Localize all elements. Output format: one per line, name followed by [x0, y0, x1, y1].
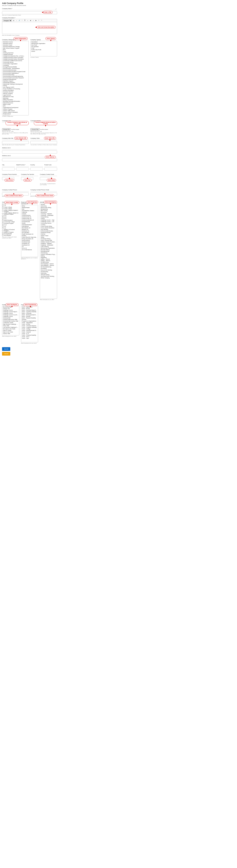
- list-item[interactable]: Outdoor Wall: [3, 333, 19, 334]
- submit-button[interactable]: Submit: [2, 347, 10, 351]
- list-item[interactable]: Central America: [22, 215, 38, 216]
- list-item[interactable]: High Element Challenge Course: [3, 323, 19, 325]
- list-item[interactable]: Youth – College: [22, 328, 38, 330]
- bold-icon[interactable]: B: [13, 20, 15, 22]
- list-item[interactable]: Profit: [31, 48, 57, 49]
- list-item[interactable]: Adventure/Wilderness Therapy: [3, 46, 28, 48]
- city-input[interactable]: [2, 167, 15, 170]
- list-item[interactable]: College/University (Non-Rec. or Educ.): [3, 55, 28, 57]
- list-item[interactable]: Pacific Northwest US: [22, 233, 38, 235]
- list-item[interactable]: Puerto Rico/US Virgin Islands: [22, 237, 38, 238]
- list-item[interactable]: California: [22, 212, 38, 213]
- list-item[interactable]: Hiking: [41, 237, 57, 238]
- list-item[interactable]: Backpacking: [41, 208, 57, 210]
- list-item[interactable]: Not Specified: [22, 232, 38, 233]
- list-item[interactable]: Outdoor-related Publication: [3, 112, 28, 113]
- grade-checkbox[interactable]: [2, 220, 3, 221]
- list-item[interactable]: Manufacturer's Rep: [3, 96, 28, 97]
- list-item[interactable]: Outdoor Orientation Program: [41, 254, 57, 255]
- grade-checkbox[interactable]: [2, 207, 3, 208]
- types-listbox[interactable]: AssociationMembership OrganizationNon-Pr…: [30, 41, 57, 56]
- list-item[interactable]: Youth – Pre-K: [22, 336, 38, 338]
- list-item[interactable]: Kayaking – flatwater: [41, 243, 57, 244]
- list-item[interactable]: Low Element Challenge Course: [3, 327, 19, 328]
- list-item[interactable]: Public Policy: [3, 115, 28, 116]
- list-item[interactable]: Canoeing – Whitewater: [41, 215, 57, 216]
- list-item[interactable]: Open to Clients: [3, 330, 19, 331]
- list-item[interactable]: Environmental – Administration: [3, 68, 28, 69]
- list-item[interactable]: Cooking: [41, 224, 57, 225]
- list-item[interactable]: Southwest US: [22, 244, 38, 246]
- list-item[interactable]: Mid-Atlantic US: [22, 227, 38, 229]
- list-item[interactable]: South America: [22, 240, 38, 241]
- list-item[interactable]: Bouldering Wall: [3, 306, 19, 308]
- list-item[interactable]: BLM: [3, 49, 28, 51]
- list-item[interactable]: Group Facilitation & Processing: [3, 88, 28, 90]
- list-item[interactable]: Sea Kayaking – inshore: [41, 263, 57, 265]
- list-item[interactable]: Association: [31, 41, 57, 43]
- video-input[interactable]: [30, 141, 57, 144]
- list-item[interactable]: Cross-country Skiing: [41, 225, 57, 227]
- list-item[interactable]: Dog Sledding: [41, 229, 57, 230]
- list-item[interactable]: Open to the Public: [3, 331, 19, 333]
- grade-checkbox[interactable]: [2, 231, 3, 233]
- list-item[interactable]: Southeast US: [22, 243, 38, 244]
- grade-checkbox[interactable]: [2, 221, 3, 222]
- grade-checkbox[interactable]: [2, 210, 3, 212]
- list-item[interactable]: Marketing: [3, 97, 28, 99]
- list-item[interactable]: Equipment Manufacturer: [3, 79, 28, 80]
- list-item[interactable]: Sailing – offshore: [41, 260, 57, 261]
- grade-checkbox[interactable]: [2, 205, 3, 207]
- list-item[interactable]: College/University Outdoor Recreation: [3, 58, 28, 60]
- list-item[interactable]: Europe/Russia: [22, 221, 38, 222]
- list-item[interactable]: Adult – Cognitive Disability: [22, 311, 38, 312]
- list-item[interactable]: Snow & Ice Climbing: [41, 269, 57, 271]
- list-item[interactable]: Midwest US: [22, 229, 38, 230]
- list-item[interactable]: Lead Climbing: [41, 246, 57, 247]
- list-item[interactable]: Industry Association: [3, 90, 28, 91]
- list-item[interactable]: US & International: [22, 249, 38, 250]
- list-item[interactable]: Youth – Developmental Disability: [22, 330, 38, 331]
- population-listbox[interactable]: Adult – AdjudicatedAdult – At RiskAdult …: [21, 306, 38, 342]
- ol-icon[interactable]: ≡: [27, 20, 29, 22]
- list-item[interactable]: Pacifica: [22, 235, 38, 237]
- list-item[interactable]: Youth – Chemical Dependency: [22, 325, 38, 327]
- list-item[interactable]: Snowshoeing: [41, 271, 57, 272]
- grade-checkbox[interactable]: [2, 223, 3, 224]
- link-icon[interactable]: 🔗: [18, 20, 20, 22]
- list-item[interactable]: US: [22, 246, 38, 247]
- list-item[interactable]: Fishing: [3, 85, 28, 87]
- list-item[interactable]: Alaska/Hawaii: [22, 207, 38, 208]
- list-item[interactable]: Horseback Riding: [41, 238, 57, 240]
- grade-checkbox[interactable]: [2, 204, 3, 205]
- list-item[interactable]: First Aid: [41, 233, 57, 235]
- paragraph-select[interactable]: Paragraph: [3, 20, 12, 22]
- list-item[interactable]: Membership Organization: [41, 247, 57, 249]
- list-item[interactable]: Adventure Course: [3, 41, 28, 43]
- postal-input[interactable]: [44, 167, 57, 170]
- list-item[interactable]: Environmental Organizations: [3, 72, 28, 74]
- list-item[interactable]: Expedition Support: [3, 80, 28, 82]
- undo-icon[interactable]: ↶: [38, 20, 40, 22]
- list-item[interactable]: US & CA: [22, 247, 38, 249]
- list-item[interactable]: Adult – At Risk: [22, 308, 38, 309]
- list-item[interactable]: Insurance Services: [3, 91, 28, 93]
- list-item[interactable]: Ski Mountaineering: [41, 266, 57, 268]
- list-item[interactable]: Camp: [3, 51, 28, 52]
- list-item[interactable]: Adult – Chemical Dependency: [22, 309, 38, 311]
- list-item[interactable]: Municipal Recreation/Education: [3, 100, 28, 102]
- list-item[interactable]: Not Specified: [31, 46, 57, 48]
- grade-checkbox[interactable]: [2, 215, 3, 216]
- grade-checkbox[interactable]: [2, 233, 3, 235]
- list-item[interactable]: Membership Organization: [31, 43, 57, 44]
- list-item[interactable]: Challenge Course: [3, 316, 19, 317]
- list-item[interactable]: Rappelling: [41, 257, 57, 258]
- country-input[interactable]: [30, 167, 43, 170]
- list-item[interactable]: Adventure Resort: [3, 43, 28, 44]
- grade-checkbox[interactable]: [2, 216, 3, 218]
- list-item[interactable]: Ecology/Fisheries/Wildlife: [3, 66, 28, 68]
- list-item[interactable]: Non-Profit: [31, 44, 57, 46]
- list-item[interactable]: Rocky Mountains US: [22, 238, 38, 240]
- list-item[interactable]: Conservation Organization: [3, 63, 28, 65]
- grade-checkbox[interactable]: [2, 235, 3, 236]
